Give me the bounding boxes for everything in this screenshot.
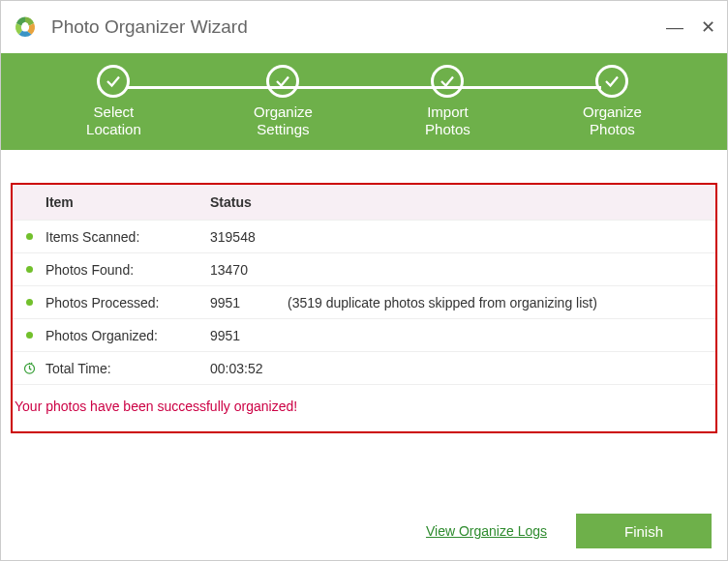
bullet-icon — [26, 233, 33, 240]
footer-bar: View Organize Logs Finish — [426, 514, 712, 548]
row-value: 9951 — [210, 295, 268, 310]
header-status: Status — [210, 194, 715, 210]
view-logs-link[interactable]: View Organize Logs — [426, 523, 547, 539]
table-row: Photos Found: 13470 — [13, 252, 715, 285]
row-value: 319548 — [210, 229, 268, 245]
table-row-total-time: Total Time: 00:03:52 — [13, 351, 715, 384]
close-button[interactable]: ✕ — [701, 16, 715, 38]
step-connector-line — [127, 86, 601, 89]
step-label-line2: Photos — [425, 121, 470, 137]
clock-icon — [13, 361, 46, 375]
titlebar: Photo Organizer Wizard — ✕ — [1, 1, 727, 53]
step-select-location: SelectLocation — [86, 65, 141, 138]
step-label-line1: Organize — [583, 103, 642, 120]
finish-button[interactable]: Finish — [576, 514, 712, 548]
checkmark-icon — [266, 65, 299, 98]
step-label-line1: Organize — [254, 103, 313, 120]
app-logo-icon — [13, 15, 38, 40]
step-label-line1: Select — [94, 103, 135, 120]
step-label-line2: Settings — [257, 121, 309, 137]
step-organize-photos: OrganizePhotos — [583, 65, 642, 138]
table-row: Photos Processed: 9951 (3519 duplicate p… — [13, 285, 715, 318]
row-label: Photos Processed: — [46, 295, 210, 310]
row-label: Items Scanned: — [46, 229, 210, 245]
row-note: (3519 duplicate photos skipped from orga… — [288, 295, 597, 310]
step-import-photos: ImportPhotos — [425, 65, 470, 138]
row-label: Photos Organized: — [46, 328, 210, 343]
row-value: 00:03:52 — [210, 361, 263, 376]
row-label: Total Time: — [46, 361, 210, 376]
step-label-line2: Location — [86, 121, 141, 137]
bullet-icon — [26, 299, 33, 306]
wizard-steps-bar: SelectLocation OrganizeSettings ImportPh… — [1, 53, 727, 150]
window-title: Photo Organizer Wizard — [51, 16, 649, 38]
results-header: Item Status — [13, 185, 715, 220]
table-row: Photos Organized: 9951 — [13, 318, 715, 351]
row-value: 9951 — [210, 328, 268, 343]
row-label: Photos Found: — [46, 262, 210, 278]
bullet-icon — [26, 266, 33, 273]
minimize-button[interactable]: — — [666, 17, 683, 38]
header-item: Item — [46, 194, 210, 210]
table-row: Items Scanned: 319548 — [13, 220, 715, 252]
step-label-line2: Photos — [590, 121, 635, 137]
checkmark-icon — [431, 65, 464, 98]
success-message: Your photos have been successfully organ… — [13, 384, 715, 431]
checkmark-icon — [97, 65, 130, 98]
step-organize-settings: OrganizeSettings — [254, 65, 313, 138]
checkmark-icon — [595, 65, 628, 98]
row-value: 13470 — [210, 262, 268, 278]
step-label-line1: Import — [427, 103, 469, 120]
results-panel: Item Status Items Scanned: 319548 Photos… — [11, 183, 717, 433]
bullet-icon — [26, 332, 33, 339]
